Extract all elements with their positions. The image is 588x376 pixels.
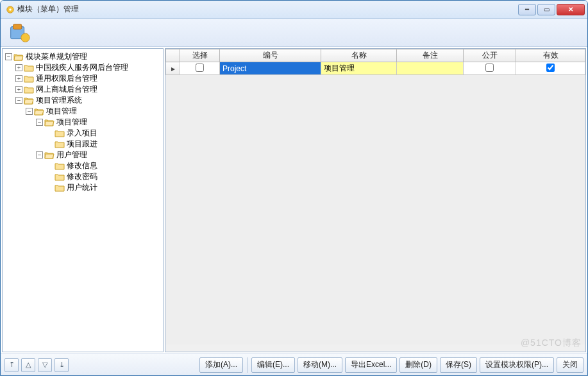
move-down-button[interactable]: ▽ [38, 358, 52, 372]
footer-bar: ⤒ △ ▽ ⤓ 添加(A)... 编辑(E)... 移动(M)... 导出Exc… [1, 354, 587, 375]
tree-node[interactable]: −用户管理 [5, 150, 160, 160]
col-public[interactable]: 公开 [464, 49, 516, 62]
folder-open-icon [44, 151, 55, 160]
close-button[interactable]: ✕ [557, 4, 585, 15]
maximize-button[interactable]: ▭ [537, 4, 555, 15]
effective-checkbox[interactable] [546, 64, 555, 72]
cell-code[interactable]: Project [220, 62, 321, 75]
select-checkbox[interactable] [196, 64, 204, 72]
cell-public[interactable] [464, 62, 516, 75]
folder-icon [55, 129, 65, 138]
grid-panel: 选择 编号 名称 备注 公开 有效 ▸ Project [165, 48, 586, 352]
tree-label[interactable]: 模块菜单规划管理 [26, 51, 87, 62]
folder-icon [55, 173, 65, 182]
folder-open-icon [44, 118, 55, 127]
cell-name[interactable]: 项目管理 [321, 62, 397, 75]
save-button[interactable]: 保存(S) [440, 357, 477, 373]
tree-label[interactable]: 项目管理 [56, 117, 87, 128]
grid-empty-area [165, 75, 585, 345]
tree-node[interactable]: +通用权限后台管理 [5, 73, 160, 84]
tree-node[interactable]: +网上商城后台管理 [5, 84, 160, 95]
close-window-button[interactable]: 关闭 [557, 357, 584, 373]
tree-leaf[interactable]: 修改密码 [5, 171, 160, 182]
col-note[interactable]: 备注 [397, 49, 464, 62]
tree-label[interactable]: 中国残疾人服务网后台管理 [36, 62, 128, 73]
grid-wrapper: 选择 编号 名称 备注 公开 有效 ▸ Project [165, 49, 585, 352]
tree-label[interactable]: 用户管理 [56, 150, 87, 160]
toolbar [1, 19, 587, 47]
collapse-icon[interactable]: − [15, 97, 22, 104]
folder-open-icon [34, 107, 44, 116]
cell-effective[interactable] [516, 62, 585, 75]
window-controls: ━ ▭ ✕ [518, 4, 585, 15]
expand-icon[interactable]: + [15, 75, 22, 82]
add-button[interactable]: 添加(A)... [199, 357, 243, 373]
cell-select[interactable] [180, 62, 220, 75]
module-icon [7, 22, 31, 44]
folder-icon [24, 74, 34, 83]
tree-node[interactable]: +中国残疾人服务网后台管理 [5, 62, 160, 73]
folder-icon [55, 140, 65, 149]
tree-label[interactable]: 修改信息 [67, 160, 97, 171]
tree-label[interactable]: 录入项目 [67, 128, 97, 139]
folder-open-icon [24, 96, 34, 105]
data-grid[interactable]: 选择 编号 名称 备注 公开 有效 ▸ Project [165, 49, 585, 75]
app-gear-icon [6, 5, 15, 14]
tree-label[interactable]: 通用权限后台管理 [36, 73, 97, 84]
grid-header-row: 选择 编号 名称 备注 公开 有效 [166, 49, 585, 62]
tree-label[interactable]: 项目管理系统 [36, 95, 82, 106]
folder-icon [24, 64, 34, 73]
collapse-icon[interactable]: − [36, 151, 43, 158]
tree-label[interactable]: 用户统计 [67, 182, 97, 193]
content-area: −模块菜单规划管理 +中国残疾人服务网后台管理 +通用权限后台管理 +网上商城后… [1, 47, 587, 354]
folder-icon [24, 85, 34, 94]
move-bottom-button[interactable]: ⤓ [55, 358, 69, 372]
folder-icon [55, 162, 65, 171]
row-indicator: ▸ [166, 62, 180, 75]
title-bar: 模块（菜单）管理 ━ ▭ ✕ [1, 1, 587, 19]
divider [247, 357, 248, 373]
svg-rect-3 [13, 24, 21, 29]
tree-node[interactable]: −项目管理 [5, 106, 160, 117]
permission-button[interactable]: 设置模块权限(P)... [480, 357, 554, 373]
tree-leaf[interactable]: 项目跟进 [5, 139, 160, 150]
move-up-button[interactable]: △ [21, 358, 35, 372]
row-header-blank [166, 49, 180, 62]
delete-button[interactable]: 删除(D) [399, 357, 437, 373]
export-button[interactable]: 导出Excel... [345, 357, 397, 373]
col-effective[interactable]: 有效 [516, 49, 585, 62]
collapse-icon[interactable]: − [5, 53, 12, 60]
tree-label[interactable]: 修改密码 [67, 171, 97, 182]
col-code[interactable]: 编号 [220, 49, 321, 62]
tree-label[interactable]: 项目跟进 [67, 139, 97, 150]
folder-icon [55, 184, 65, 192]
col-name[interactable]: 名称 [321, 49, 397, 62]
folder-open-icon [13, 53, 24, 62]
tree-node[interactable]: −项目管理系统 [5, 95, 160, 106]
tree-label[interactable]: 项目管理 [46, 106, 77, 117]
table-row[interactable]: ▸ Project 项目管理 [166, 62, 585, 75]
collapse-icon[interactable]: − [36, 119, 43, 126]
collapse-icon[interactable]: − [26, 108, 33, 115]
window-title: 模块（菜单）管理 [17, 4, 518, 15]
edit-button[interactable]: 编辑(E)... [251, 357, 295, 373]
move-top-button[interactable]: ⤒ [4, 358, 19, 372]
move-button[interactable]: 移动(M)... [298, 357, 342, 373]
tree-root[interactable]: −模块菜单规划管理 [5, 51, 160, 62]
svg-point-4 [21, 33, 29, 42]
tree-panel: −模块菜单规划管理 +中国残疾人服务网后台管理 +通用权限后台管理 +网上商城后… [2, 48, 164, 352]
tree-leaf[interactable]: 录入项目 [5, 128, 160, 139]
minimize-button[interactable]: ━ [518, 4, 536, 15]
tree-label[interactable]: 网上商城后台管理 [36, 84, 97, 95]
tree-node[interactable]: −项目管理 [5, 117, 160, 128]
app-window: 模块（菜单）管理 ━ ▭ ✕ −模块菜单规划管理 +中国残疾人服务网后台管理 +… [0, 0, 588, 376]
tree-leaf[interactable]: 修改信息 [5, 160, 160, 171]
module-tree[interactable]: −模块菜单规划管理 +中国残疾人服务网后台管理 +通用权限后台管理 +网上商城后… [3, 49, 163, 352]
expand-icon[interactable]: + [15, 64, 22, 71]
svg-point-1 [9, 8, 12, 11]
expand-icon[interactable]: + [15, 86, 22, 93]
public-checkbox[interactable] [485, 64, 494, 72]
tree-leaf[interactable]: 用户统计 [5, 182, 160, 193]
col-select[interactable]: 选择 [180, 49, 220, 62]
cell-note[interactable] [397, 62, 464, 75]
